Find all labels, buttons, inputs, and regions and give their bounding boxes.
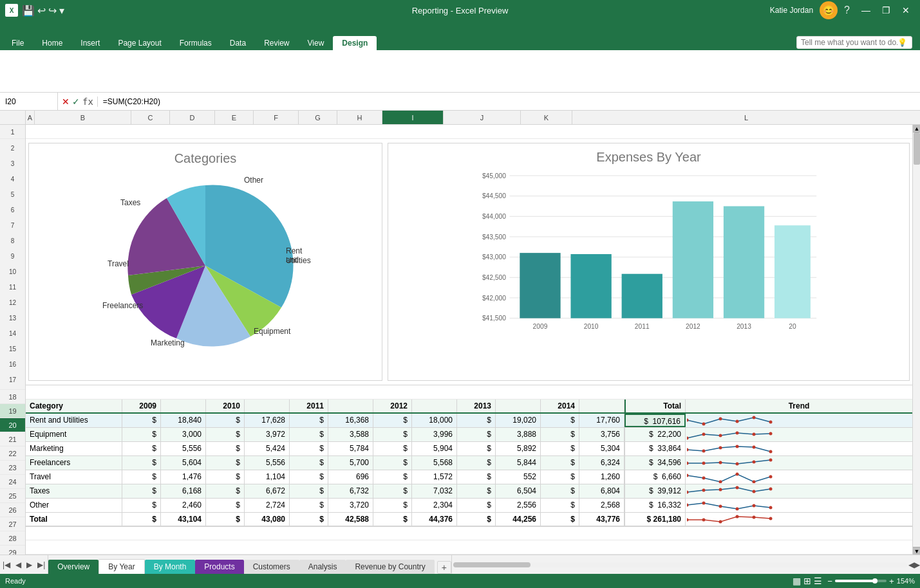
col-header-h[interactable]: H [337,111,382,124]
h-scroll-left[interactable]: ◀ [908,560,914,569]
row-num-1[interactable]: 1 [0,125,25,139]
ribbon-tabs: File Home Insert Page Layout Formulas Da… [0,32,920,50]
col-header-i[interactable]: I [382,111,444,124]
table-row-marketing[interactable]: Marketing $ 5,556 $ 5,424 $ 5,784 $ 5,90… [26,442,912,456]
tab-home[interactable]: Home [33,36,71,50]
name-box[interactable] [0,93,58,110]
tab-data[interactable]: Data [221,36,255,50]
tab-revenue-by-country[interactable]: Revenue by Country [346,560,434,574]
tab-by-year[interactable]: By Year [99,559,144,574]
normal-view-button[interactable]: ▦ [793,576,801,586]
close-button[interactable]: ✕ [897,4,915,17]
table-row-travel[interactable]: Travel $ 1,476 $ 1,104 $ 696 $ 1,572 $ 5… [26,470,912,484]
table-row-taxes[interactable]: Taxes $ 6,168 $ 6,672 $ 6,732 $ 7,032 $ … [26,484,912,499]
svg-point-15 [736,445,739,448]
add-sheet-button[interactable]: + [437,561,451,574]
table-row-other[interactable]: Other $ 2,460 $ 2,724 $ 3,720 $ 2,304 $ … [26,499,912,513]
row-1-empty [26,125,912,139]
tab-formulas[interactable]: Formulas [171,36,221,50]
x-label-2013: 2013 [737,323,751,330]
y-label-7: $42,000 [482,294,506,301]
cancel-formula-icon[interactable]: ✕ [62,96,70,107]
formula-input[interactable] [98,97,920,106]
tab-products[interactable]: Products [195,560,243,574]
h-scroll-track[interactable] [453,562,907,567]
row-29 [26,540,912,555]
col-header-l[interactable]: L [572,111,920,124]
scroll-up-button[interactable]: ▲ [913,125,920,133]
customize-button[interactable]: ▾ [59,5,64,17]
zoom-slider[interactable] [835,580,887,582]
y-label-5: $43,000 [482,253,506,261]
svg-point-11 [769,432,773,435]
table-row-freelancers[interactable]: Freelancers $ 5,604 $ 5,556 $ 5,700 $ 5,… [26,456,912,470]
formula-bar: ✕ ✓ fx [0,93,920,111]
help-button[interactable]: ? [844,5,850,16]
h-scroll-right[interactable]: ▶ [914,560,920,569]
cell-rent-total[interactable]: $ 107,616 [624,414,686,427]
tab-by-month[interactable]: By Month [145,560,196,574]
status-text: Ready [5,577,26,585]
pie-chart-title: Categories [174,151,237,166]
col-total-header: Total [624,400,686,412]
table-row-rent[interactable]: Rent and Utilities $ 18,840 $ 17,628 $ 1… [26,414,912,428]
col-header-d[interactable]: D [170,111,215,124]
tab-page-layout[interactable]: Page Layout [109,36,170,50]
ribbon-search-box[interactable]: 💡 [796,36,912,49]
vscroll-thumb[interactable] [914,133,920,165]
page-layout-view-button[interactable]: ⊞ [803,576,811,586]
col-header-f[interactable]: F [254,111,299,124]
tab-view[interactable]: View [299,36,333,50]
scroll-down-button[interactable]: ▼ [913,547,920,555]
sheet-nav-last[interactable]: ▶| [35,560,48,569]
insert-function-icon[interactable]: fx [82,96,93,107]
col-header-c[interactable]: C [131,111,170,124]
ribbon-search-input[interactable] [801,38,897,47]
undo-button[interactable]: ↩ [37,5,46,17]
svg-point-25 [702,476,706,479]
redo-button[interactable]: ↪ [48,5,57,17]
zoom-slider-thumb[interactable] [872,578,878,583]
col-header-g[interactable]: G [299,111,337,124]
tab-insert[interactable]: Insert [71,36,109,50]
svg-point-31 [702,488,706,492]
zoom-in-button[interactable]: + [889,576,894,586]
label-other: Other [244,176,263,185]
zoom-control: − + 154% [827,576,915,586]
corner-cell [0,111,26,124]
page-break-view-button[interactable]: ☰ [814,576,822,586]
col-header-e[interactable]: E [215,111,254,124]
sheet-nav-next[interactable]: ▶ [24,560,35,569]
h-scroll-thumb[interactable] [453,562,530,567]
h-scrollbar-area[interactable] [451,555,908,574]
vscroll-track[interactable] [913,133,920,547]
tab-analysis[interactable]: Analysis [299,560,346,574]
pie-chart-area: Other Taxes Travel Freelancers Marketing… [102,172,308,359]
save-button[interactable]: 💾 [22,5,35,17]
label-travel: Travel [108,259,129,268]
svg-point-22 [753,460,756,463]
cell-total-2009: 43,104 [161,513,206,526]
col-header-k[interactable]: K [521,111,572,124]
restore-button[interactable]: ❐ [877,4,896,17]
col-header-a[interactable]: A [26,111,35,124]
sheet-nav-first[interactable]: |◀ [0,560,13,569]
tab-customers[interactable]: Customers [244,560,299,574]
svg-point-36 [687,503,689,506]
y-label-4: $43,500 [482,233,506,240]
tab-file[interactable]: File [3,36,33,50]
sheet-body: 1 2 3 4 5 6 7 8 9 10 11 12 13 14 15 16 [0,125,920,555]
tab-review[interactable]: Review [255,36,298,50]
tab-design[interactable]: Design [333,36,377,50]
tab-overview[interactable]: Overview [48,560,99,574]
col-header-j[interactable]: J [444,111,521,124]
col-header-b[interactable]: B [35,111,131,124]
minimize-button[interactable]: — [856,4,876,17]
confirm-formula-icon[interactable]: ✓ [72,96,80,107]
label-equipment: Equipment [254,327,290,336]
svg-point-34 [753,490,756,493]
sheet-nav-prev[interactable]: ◀ [13,560,24,569]
table-row-equipment[interactable]: Equipment $ 3,000 $ 3,972 $ 3,588 $ 3,99… [26,428,912,442]
zoom-out-button[interactable]: − [827,576,832,586]
vertical-scrollbar[interactable]: ▲ ▼ [912,125,920,555]
